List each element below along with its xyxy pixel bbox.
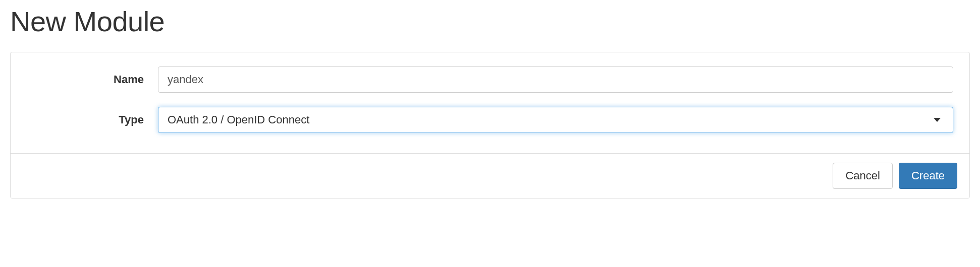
name-input[interactable]	[158, 66, 953, 93]
form-footer: Cancel Create	[11, 153, 969, 198]
type-select[interactable]: OAuth 2.0 / OpenID Connect	[158, 107, 953, 133]
type-select-value: OAuth 2.0 / OpenID Connect	[168, 113, 309, 126]
form-panel: Name Type OAuth 2.0 / OpenID Connect Can…	[10, 52, 970, 198]
name-field-wrap	[158, 66, 953, 93]
type-label: Type	[27, 113, 158, 126]
type-field-wrap: OAuth 2.0 / OpenID Connect	[158, 107, 953, 133]
page-title: New Module	[10, 5, 970, 38]
cancel-button[interactable]: Cancel	[833, 163, 892, 189]
form-row-name: Name	[27, 66, 953, 93]
caret-down-icon	[934, 118, 941, 122]
form-body: Name Type OAuth 2.0 / OpenID Connect	[11, 52, 969, 153]
name-label: Name	[27, 73, 158, 86]
form-row-type: Type OAuth 2.0 / OpenID Connect	[27, 107, 953, 133]
create-button[interactable]: Create	[899, 163, 957, 189]
